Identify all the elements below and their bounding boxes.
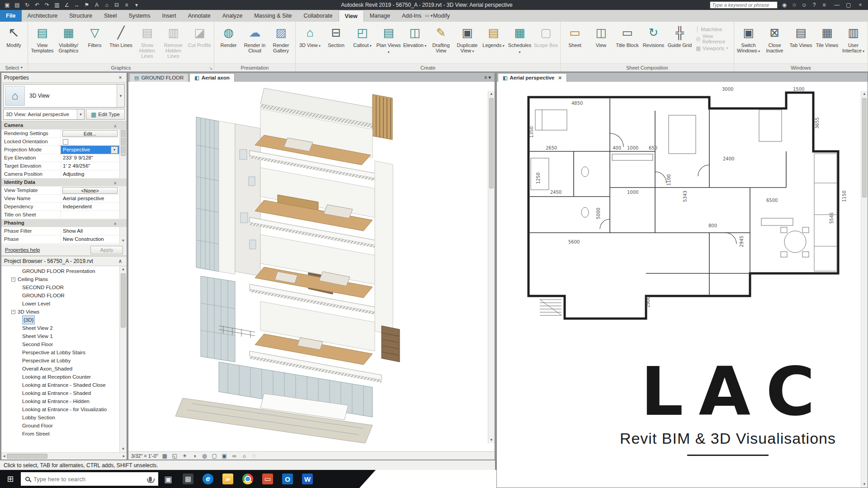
sign-in-user-icon[interactable]: ☺ (800, 2, 808, 8)
crop-view-icon[interactable]: ▢ (211, 453, 218, 459)
ribbon-button[interactable]: ▽ Filters (82, 23, 108, 62)
tree-item[interactable]: GROUND FLOOR (1, 291, 127, 300)
tree-item[interactable]: Sheet View 2 (1, 324, 127, 332)
undo-icon[interactable]: ↶ (33, 1, 42, 9)
minimize-button[interactable]: — (831, 2, 843, 8)
ribbon-button[interactable]: ✎ Drafting View (428, 23, 454, 62)
sync-icon[interactable]: ↻ (23, 1, 32, 9)
sun-settings-icon[interactable]: ☀ (181, 453, 188, 459)
center-view-scrollbar[interactable]: ▲ ▼ (488, 91, 495, 443)
ribbon-button[interactable]: ↖ Modify (1, 23, 26, 62)
taskbar-app-button[interactable]: ▣ (158, 470, 178, 488)
save-icon[interactable]: ▣ (3, 1, 12, 9)
ribbon-button[interactable]: ⊟ Section (323, 23, 349, 62)
property-row[interactable]: View Name Aerial perspective (1, 195, 127, 203)
ribbon-tab[interactable]: Architecture (22, 10, 64, 22)
apply-button[interactable]: Apply (90, 246, 123, 254)
ribbon-button[interactable]: ▨ Render Gallery (268, 23, 294, 62)
ribbon-button[interactable]: ▥ User Interface (840, 23, 866, 62)
tree-item[interactable]: Looking at Entrance - Shaded Close (1, 381, 127, 389)
property-row[interactable]: Identity Data (1, 178, 127, 187)
property-row[interactable]: Camera (1, 122, 127, 130)
start-button[interactable]: ⊞ (0, 470, 21, 488)
ribbon-button[interactable]: ▣ Duplicate View (454, 23, 480, 62)
ribbon-tab[interactable]: Structure (63, 10, 98, 22)
ribbon-button[interactable]: ▤ Tab Views (788, 23, 814, 62)
print-icon[interactable]: ▥ (52, 1, 61, 9)
ribbon-display-toggle-icon[interactable]: ▭ ▾ (422, 13, 435, 18)
ribbon-small-button[interactable]: ┆ Matchline (694, 25, 734, 33)
ribbon-button[interactable]: ↻ Revisions (641, 23, 666, 62)
view-tab-aerial-perspective[interactable]: ◧ Aerial perspective ✕ (498, 73, 567, 82)
infocenter-search-input[interactable] (710, 1, 778, 9)
ribbon-tab[interactable]: File (0, 10, 22, 22)
tree-item[interactable]: Overall Axon_Shaded (1, 365, 127, 373)
tree-item[interactable]: Looking at Entrance - Hidden (1, 397, 127, 405)
ribbon-button[interactable]: ▭ Sheet (562, 23, 588, 62)
tree-item[interactable]: − Ceiling Plans (1, 275, 127, 283)
shadows-icon[interactable]: ◑ (191, 453, 198, 459)
reveal-hidden-elements-icon[interactable]: ☼ (241, 453, 248, 459)
ribbon-tab[interactable]: Collaborate (298, 10, 339, 22)
thin-lines-icon[interactable]: ≡ (122, 1, 131, 9)
ribbon-button[interactable]: ▤ Plan Views (376, 23, 401, 62)
tree-expander-icon[interactable]: − (11, 310, 15, 314)
ribbon-button[interactable]: ▦ Visibility/ Graphics (56, 23, 81, 62)
view-tab[interactable]: ▤ GROUND FLOOR (129, 73, 189, 82)
tree-item[interactable]: Lower Level (1, 300, 127, 308)
browser-horizontal-scrollbar[interactable]: ◄ ► (1, 452, 127, 460)
tree-item[interactable]: SECOND FLOOR (1, 283, 127, 291)
property-row[interactable]: Rendering Settings Edit... (1, 130, 127, 138)
project-browser-header[interactable]: Project Browser - 56750_A - 2019.rvt ∧ (1, 256, 127, 266)
detail-level-icon[interactable]: ▦ (161, 453, 168, 459)
ribbon-button[interactable]: ▦ Schedules (507, 23, 533, 62)
ribbon-small-button[interactable]: ▦ Viewports (694, 44, 734, 52)
tree-item[interactable]: Perspective at Lobby Stairs (1, 348, 127, 357)
tree-item[interactable]: Lobby Section (1, 413, 127, 422)
redo-icon[interactable]: ↷ (42, 1, 52, 9)
taskbar-app-button[interactable]: ▰ (218, 470, 238, 488)
ribbon-button[interactable]: ▭ Title Block (614, 23, 640, 62)
ribbon-button[interactable]: ▦ Tile Views (814, 23, 840, 62)
ribbon-tab[interactable]: View (339, 10, 364, 22)
taskbar-search[interactable] (21, 472, 158, 486)
floor-plan-canvas[interactable]: 4850300015001350265040010006502400365511… (497, 82, 868, 488)
ribbon-button[interactable]: ◰ Callout (349, 23, 375, 62)
tree-item[interactable]: Second Floor (1, 340, 127, 348)
property-row[interactable]: Eye Elevation 233' 9 9/128" (1, 154, 127, 162)
view-instance-combo[interactable]: 3D View: Aerial perspective ▾ (3, 109, 85, 120)
property-row[interactable]: Phase Filter Show All (1, 227, 127, 235)
open-icon[interactable]: ▤ (13, 1, 22, 9)
browser-scrollbar[interactable]: ▲ ▼ (119, 266, 127, 452)
properties-help-link[interactable]: Properties help (5, 247, 40, 253)
property-row[interactable]: Dependency Independent (1, 203, 127, 211)
taskbar-app-button[interactable]: O (278, 470, 297, 488)
qat-customize-icon[interactable]: ▾ (132, 1, 141, 9)
properties-palette-header[interactable]: Properties × (1, 73, 127, 83)
rendering-dialog-icon[interactable]: ◍ (201, 453, 208, 459)
ribbon-button[interactable]: ▥ Remove Hidden Lines (160, 23, 186, 62)
search-binoculars-icon[interactable]: ◉ (780, 2, 788, 8)
taskbar-app-button[interactable]: e (198, 470, 218, 488)
ribbon-tab[interactable]: Analyze (217, 10, 248, 22)
default-3d-view-icon[interactable]: ⌂ (102, 1, 111, 9)
tree-item[interactable]: Ground Floor (1, 422, 127, 430)
tree-item[interactable]: Sheet View 1 (1, 332, 127, 340)
property-row[interactable]: Target Elevation 1' 2 49/256" (1, 162, 127, 170)
ribbon-button[interactable]: ╱ Thin Lines (108, 23, 134, 62)
close-button[interactable]: × (854, 2, 866, 8)
tree-item[interactable]: Perspective at Lobby (1, 357, 127, 365)
taskbar-app-button[interactable]: ▦ (178, 470, 198, 488)
property-row[interactable]: Locked Orientation (1, 138, 127, 146)
chevron-down-icon[interactable]: ▾ (117, 84, 124, 107)
collapse-icon[interactable]: ∧ (117, 258, 124, 264)
property-row[interactable]: Phasing (1, 219, 127, 227)
ribbon-button[interactable]: ◫ Elevation (402, 23, 428, 62)
microphone-icon[interactable] (149, 477, 152, 482)
ribbon-tab[interactable]: Systems (123, 10, 156, 22)
tree-item[interactable]: {3D} (1, 316, 127, 324)
taskbar-search-input[interactable] (33, 476, 145, 483)
tree-item[interactable]: From Street (1, 430, 127, 438)
scroll-left-icon[interactable]: ◄ (2, 454, 6, 458)
help-icon[interactable]: ? (810, 2, 818, 8)
